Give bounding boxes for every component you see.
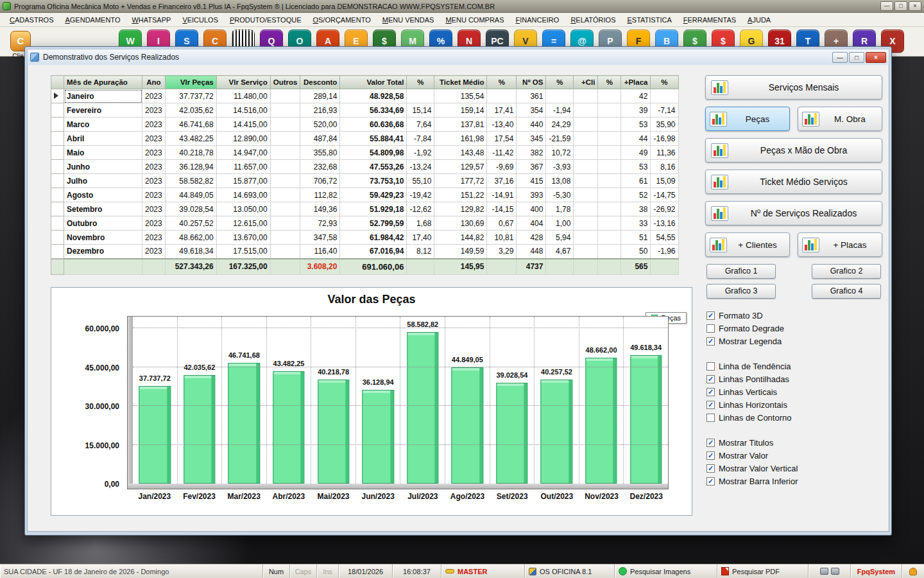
col-header-pct[interactable]: % [487, 76, 517, 89]
col-header-placa[interactable]: +Placa [621, 76, 651, 89]
col-header-n-os[interactable]: Nº OS [517, 76, 546, 89]
col-header-vlr-servi-o[interactable]: Vlr Serviço [216, 76, 270, 89]
checkbox-box[interactable] [706, 324, 715, 333]
table-row[interactable]: Setembro202339.028,5413.050,00149,3651.9… [51, 202, 679, 216]
menu-menu-vendas[interactable]: MENU VENDAS [377, 14, 440, 26]
checkbox-mostrar-legenda[interactable]: ✓Mostrar Legenda [706, 335, 882, 347]
dialog-minimize-icon[interactable]: — [832, 52, 848, 63]
dialog-title-bar[interactable]: Demonstrativo dos Serviços Realizados — … [27, 49, 889, 65]
checkbox-mostrar-valor[interactable]: ✓Mostrar Valor [706, 449, 882, 462]
table-row[interactable]: Fevereiro202342.035,6214.516,00216,9356.… [51, 103, 679, 118]
table-row[interactable]: Marco202346.741,6814.415,00520,0060.636,… [51, 118, 679, 132]
checkbox-box[interactable]: ✓ [706, 451, 715, 460]
menu-relat-rios[interactable]: RELATÓRIOS [565, 14, 621, 26]
checkbox-linhas-de-contorno[interactable]: Linhas de Contorno [706, 411, 882, 424]
x-tick-label: Set/2023 [490, 492, 535, 501]
grafico-1-button[interactable]: Grafico 1 [706, 264, 776, 279]
col-header-ano[interactable]: Ano [142, 76, 166, 89]
grafico-4-button[interactable]: Grafico 4 [812, 284, 881, 299]
col-header-ticket-m-dio[interactable]: Ticket Médio [434, 76, 487, 89]
col-header-pct[interactable]: % [546, 76, 574, 89]
checkbox-linha-de-tend-ncia[interactable]: Linha de Tendência [706, 360, 882, 372]
table-row[interactable]: Outubro202340.257,5212.615,0072,9352.799… [51, 216, 679, 231]
chart-slot: 40.218,78 [311, 317, 355, 484]
cell: 35,90 [651, 118, 678, 132]
checkbox-box[interactable]: ✓ [706, 401, 715, 409]
checkbox-formato-degrade[interactable]: Formato Degrade [706, 322, 882, 335]
mais-placas-button[interactable]: + Placas [798, 232, 882, 257]
ticket-medio-servicos-button[interactable]: Ticket Médio Serviços [705, 170, 882, 194]
menu-whatsapp[interactable]: WHATSAPP [126, 14, 176, 26]
close-icon[interactable]: × [909, 1, 921, 11]
menu-produto-estoque[interactable]: PRODUTO/ESTOQUE [224, 14, 307, 26]
checkbox-box[interactable]: ✓ [706, 464, 715, 473]
col-header-cli[interactable]: +Cli [574, 76, 598, 89]
menu-agendamento[interactable]: AGENDAMENTO [59, 14, 126, 26]
x-tick-label: Jul/2023 [400, 492, 445, 501]
col-header-pct[interactable]: % [598, 76, 621, 89]
table-row[interactable]: Julho202358.582,8215.877,00706,7273.753,… [51, 174, 679, 188]
checkbox-box[interactable]: ✓ [706, 477, 715, 486]
checkbox-box[interactable]: ✓ [706, 439, 715, 447]
cell [598, 202, 621, 216]
checkbox-label: Mostrar Legenda [719, 337, 782, 346]
table-row[interactable]: Dezembro202349.618,3417.515,00116,4067.0… [51, 245, 679, 259]
printer-icon[interactable] [820, 568, 828, 575]
cell: 11.480,00 [216, 89, 270, 103]
checkbox-mostrar-barra-inferior[interactable]: ✓Mostrar Barra Inferior [706, 475, 882, 487]
users-icon[interactable] [909, 568, 917, 575]
cell: 11,36 [651, 146, 678, 160]
table-row[interactable]: Janeiro202337.737,7211.480,00289,1448.92… [51, 89, 679, 103]
col-header-pct[interactable]: % [651, 76, 678, 89]
mais-clientes-button[interactable]: + Clientes [705, 232, 790, 257]
search-images-button[interactable]: Pesquisar Imagens [615, 565, 717, 578]
menu-ajuda[interactable]: AJUDA [742, 14, 776, 26]
table-row[interactable]: Abril202343.482,2512.890,00487,8455.884,… [51, 132, 679, 146]
table-row[interactable]: Maio202340.218,7814.947,00355,8054.809,9… [51, 146, 679, 160]
menu-estatistica[interactable]: ESTATISTICA [621, 14, 677, 26]
checkbox-formato-3d[interactable]: ✓Formato 3D [706, 309, 882, 322]
menu-financeiro[interactable]: FINANCEIRO [510, 14, 565, 26]
menu-menu-compras[interactable]: MENU COMPRAS [440, 14, 509, 26]
checkbox-box[interactable] [706, 414, 715, 422]
servicos-mensais-button[interactable]: Serviços Mensais [705, 75, 882, 100]
pecas-button[interactable]: Peças [705, 107, 790, 131]
checkbox-box[interactable]: ✓ [706, 311, 715, 320]
col-header-vlr-pe-as[interactable]: Vlr Peças [165, 76, 216, 89]
menu-veiculos[interactable]: VEICULOS [176, 14, 224, 26]
col-header-outros[interactable]: Outros [270, 76, 300, 89]
pecas-x-mao-de-obra-button[interactable]: Peças x Mão de Obra [705, 138, 882, 162]
grafico-2-button[interactable]: Grafico 2 [812, 264, 881, 279]
minimize-icon[interactable]: — [880, 1, 893, 11]
dialog-restore-icon[interactable]: □ [849, 52, 864, 63]
checkbox-box[interactable]: ✓ [706, 375, 715, 383]
menu-cadastros[interactable]: CADASTROS [4, 14, 59, 26]
checkbox-linhas-pontilhadas[interactable]: ✓Linhas Pontilhadas [706, 372, 882, 385]
checkbox-linhas-verticais[interactable]: ✓Linhas Verticais [706, 385, 882, 398]
dialog-close-icon[interactable]: × [866, 52, 886, 63]
total-cell [64, 259, 142, 275]
chart-panel: Valor das Peças Peças 60.000,0045.000,00… [51, 287, 692, 516]
table-row[interactable]: Junho202336.128,9411.657,00232,6847.553,… [51, 160, 679, 174]
mao-de-obra-button[interactable]: M. Obra [798, 107, 882, 131]
search-pdf-button[interactable]: Pesquisar PDF [717, 565, 809, 578]
grafico-3-button[interactable]: Grafico 3 [706, 284, 776, 299]
col-header-m-s-de-apura-o[interactable]: Mês de Apuração [64, 76, 142, 89]
table-row[interactable]: Novembro202348.662,0013.670,00347,5861.9… [51, 231, 679, 245]
monitor-icon[interactable] [831, 568, 839, 575]
col-header-valor-total[interactable]: Valor Total [340, 76, 407, 89]
checkbox-mostrar-titulos[interactable]: ✓Mostrar Titulos [706, 436, 882, 449]
checkbox-box[interactable] [706, 362, 715, 371]
restore-icon[interactable]: □ [894, 1, 907, 11]
checkbox-box[interactable]: ✓ [706, 337, 715, 346]
col-header-pct[interactable]: % [407, 76, 434, 89]
menu-os-or-amento[interactable]: OS/ORÇAMENTO [307, 14, 376, 26]
n-servicos-realizados-button[interactable]: Nº de Serviços Realizados [705, 201, 882, 225]
col-header-desconto[interactable]: Desconto [300, 76, 340, 89]
checkbox-box[interactable]: ✓ [706, 388, 715, 396]
table-row[interactable]: Agosto202344.849,0514.693,00112,8259.429… [51, 188, 679, 202]
menu-ferramentas[interactable]: FERRAMENTAS [678, 14, 742, 26]
checkbox-linhas-horizontais[interactable]: ✓Linhas Horizontais [706, 398, 882, 411]
status-brand[interactable]: FpqSystem [857, 568, 895, 575]
checkbox-mostrar-valor-vertical[interactable]: ✓Mostrar Valor Vertical [706, 462, 882, 475]
